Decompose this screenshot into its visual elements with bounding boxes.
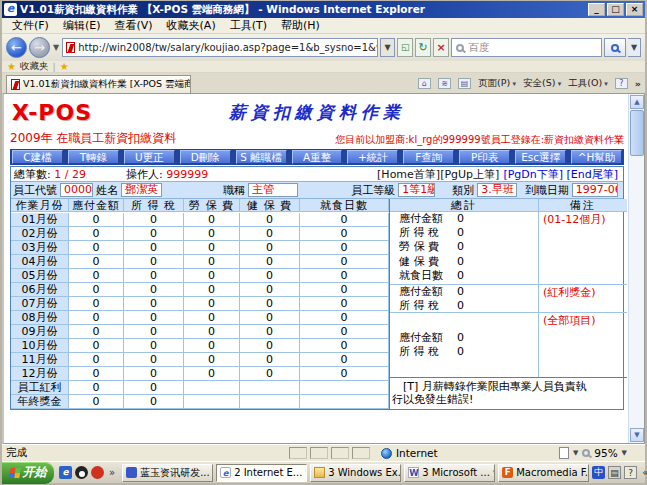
taskbar-button-label: 蓝玉资讯研发... — [140, 466, 210, 480]
taskbar-button-2[interactable]: 3 Windows Ex...▼ — [310, 464, 401, 482]
tray-printer-icon[interactable]: ▤ — [608, 466, 621, 479]
search-options-dropdown[interactable]: ▼ — [628, 38, 641, 57]
taskbar-button-1[interactable]: e2 Internet E...▼ — [216, 464, 307, 482]
command-overflow-chevron[interactable]: » — [635, 78, 641, 89]
back-button[interactable]: ← — [6, 37, 27, 58]
refresh-button[interactable]: ↻ — [415, 38, 431, 57]
quicklaunch-messenger-icon[interactable] — [91, 466, 104, 479]
navigation-bar: ← → ▼ http://win2008/tw/salary/koujiao.a… — [2, 34, 645, 61]
quicklaunch-qq-icon[interactable] — [75, 466, 88, 479]
add-favorite-icon[interactable]: ★ — [60, 61, 69, 72]
zoom-dropdown-icon[interactable]: ▼ — [622, 449, 627, 457]
command-item-0[interactable]: 页面(P) — [478, 77, 516, 90]
menu-item-5[interactable]: 帮助(H) — [274, 18, 327, 33]
history-dropdown-icon[interactable]: ▼ — [52, 43, 60, 52]
hire-date-field[interactable]: 1997-06-01 — [572, 183, 618, 197]
row-value: 0 — [124, 213, 184, 227]
quicklaunch-overflow-chevron[interactable]: » — [107, 467, 117, 478]
favorites-label[interactable]: 收藏夹 — [20, 60, 49, 73]
url-text: http://win2008/tw/salary/koujiao.asp?pag… — [78, 42, 378, 53]
zoom-mode-dropdown-icon[interactable]: ▼ — [573, 449, 578, 457]
row-value: 0 — [69, 283, 124, 297]
command-item-2[interactable]: 工具(O) — [568, 77, 608, 90]
toolbar-button-4[interactable]: S 離職檔 — [236, 150, 287, 164]
tray-help-icon[interactable]: ? — [624, 466, 637, 479]
menu-item-4[interactable]: 工具(T) — [223, 18, 274, 33]
toolbar-button-6[interactable]: +統計 — [347, 150, 398, 164]
command-bar: ⌂ ≋ ▤ 页面(P)安全(S)工具(O) ? » — [418, 77, 641, 90]
search-go-button[interactable] — [604, 38, 626, 57]
toolbar-button-5[interactable]: A重整 — [292, 150, 343, 164]
maximize-button[interactable]: □ — [607, 3, 624, 16]
record-bar: 總筆數: 1 / 29 操作人: 999999 [Home首筆][PgUp上筆]… — [11, 167, 623, 182]
nav-keys-pgdn-end[interactable]: [PgDn下筆] [End尾筆] — [503, 167, 618, 182]
page-content: X-POS 薪資扣繳資料作業 2009年 在職員工薪資扣繳資料 您目前以加盟商:… — [2, 93, 645, 444]
menu-item-0[interactable]: 文件(F) — [5, 18, 56, 33]
taskbar-button-4[interactable]: FMacromedia F... — [498, 464, 589, 482]
feeds-icon[interactable]: ≋ — [438, 78, 451, 89]
print-icon[interactable]: ▤ — [458, 78, 471, 89]
tab-active[interactable]: V1.01薪資扣繳資料作業 [X-POS 雲端商務網] — [6, 75, 191, 93]
row-label: 09月份 — [11, 325, 69, 339]
toolbar-button-3[interactable]: D刪除 — [180, 150, 231, 164]
home-icon[interactable]: ⌂ — [418, 78, 431, 89]
remark-note-2: (全部項目) — [539, 312, 627, 377]
taskbar-button-0[interactable]: 蓝玉资讯研发... — [122, 464, 213, 482]
table-header-0: 作業月份 — [11, 199, 69, 212]
taskbar-button-3[interactable]: W3 Microsoft ...▼ — [404, 464, 495, 482]
row-value: 0 — [124, 325, 184, 339]
totals-value: 0 — [451, 240, 464, 254]
toolbar-button-9[interactable]: Esc選擇 — [515, 150, 566, 164]
totals-label: 所 得 稅 — [399, 345, 451, 359]
menu-item-2[interactable]: 查看(V) — [107, 18, 159, 33]
toolbar-button-8[interactable]: P印表 — [459, 150, 510, 164]
scroll-up-icon[interactable]: ▲ — [630, 95, 644, 109]
input-method-indicator[interactable]: 中 — [592, 466, 605, 479]
quicklaunch-ie-icon[interactable]: e — [59, 466, 72, 479]
type-field[interactable]: 3.早班 — [477, 183, 517, 197]
address-bar[interactable]: http://win2008/tw/salary/koujiao.asp?pag… — [62, 38, 378, 57]
job-title-field[interactable]: 主管 — [248, 183, 298, 197]
row-value: 0 — [69, 241, 124, 255]
command-item-1[interactable]: 安全(S) — [523, 77, 561, 90]
employee-bar: 員工代號 000002 姓名 鄧潔英 職稱 主管 員工等級 1等1級 類別 3.… — [11, 182, 623, 199]
scroll-down-icon[interactable]: ▼ — [630, 428, 644, 442]
scrollbar-thumb[interactable] — [630, 110, 644, 156]
row-value: 0 — [300, 241, 389, 255]
menu-item-3[interactable]: 收藏夹(A) — [160, 18, 223, 33]
totals-label: 勞 保 費 — [399, 240, 451, 254]
toolbar-button-10[interactable]: ^H幫助 — [571, 150, 622, 164]
help-icon[interactable]: ? — [615, 78, 628, 89]
toolbar-button-7[interactable]: F查詢 — [403, 150, 454, 164]
toolbar-button-2[interactable]: U更正 — [124, 150, 175, 164]
forward-button[interactable]: → — [29, 37, 50, 58]
toolbar-button-0[interactable]: C建檔 — [12, 150, 63, 164]
flash-icon: F — [502, 467, 513, 478]
ie-icon: e — [220, 467, 231, 478]
totals-line: 就食日數0 — [390, 269, 538, 283]
search-input[interactable]: 百度 — [451, 38, 602, 57]
start-button[interactable]: 开始 — [2, 462, 54, 484]
minimize-button[interactable]: _ — [588, 3, 605, 16]
compatibility-view-button[interactable]: ◱ — [397, 38, 413, 57]
tab-favicon-icon — [11, 79, 20, 90]
tray-overflow-chevron[interactable]: « — [640, 467, 647, 478]
stop-button[interactable]: × — [433, 38, 449, 57]
zoom-control[interactable]: ▼ 95% ▼ — [559, 447, 627, 459]
vertical-scrollbar[interactable]: ▲ ▼ — [628, 94, 644, 443]
taskbar-button-label: 3 Windows Ex... — [328, 467, 401, 478]
row-value: 0 — [69, 311, 124, 325]
row-value: 0 — [240, 241, 300, 255]
menu-item-1[interactable]: 编辑(E) — [56, 18, 108, 33]
employee-name-field[interactable]: 鄧潔英 — [121, 183, 162, 197]
address-dropdown[interactable]: ▼ — [380, 38, 395, 57]
grade-field[interactable]: 1等1級 — [398, 183, 435, 197]
row-value: 0 — [184, 339, 240, 353]
table-header-3: 勞 保 費 — [184, 199, 240, 212]
close-button[interactable]: × — [626, 3, 643, 16]
employee-id-field[interactable]: 000002 — [60, 183, 93, 197]
employee-id-label: 員工代號 — [13, 183, 57, 198]
menu-bar: 文件(F)编辑(E)查看(V)收藏夹(A)工具(T)帮助(H) — [2, 18, 645, 34]
toolbar-button-1[interactable]: T轉錄 — [68, 150, 119, 164]
taskbar-button-label: Macromedia F... — [516, 467, 589, 478]
